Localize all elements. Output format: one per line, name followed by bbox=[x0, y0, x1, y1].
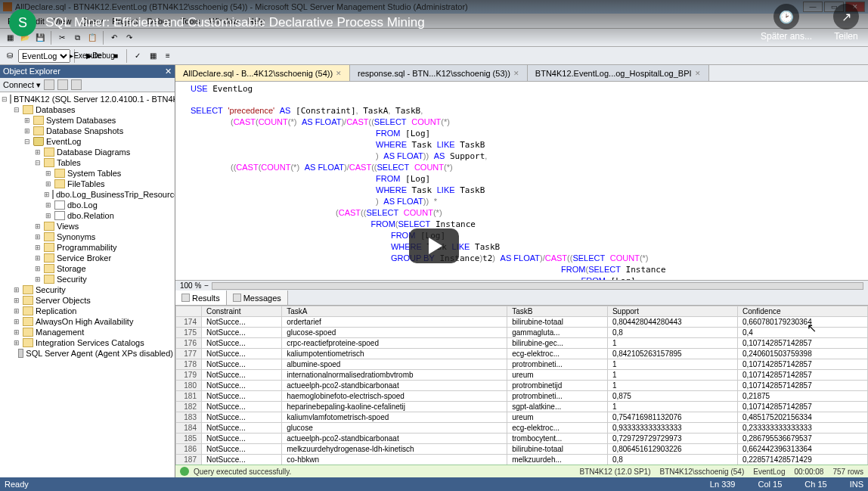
watch-later-button[interactable]: 🕑 Später ans... bbox=[761, 4, 812, 42]
channel-avatar[interactable]: S bbox=[9, 9, 36, 36]
column-header[interactable]: Constraint bbox=[202, 306, 282, 317]
folder-icon bbox=[44, 243, 54, 252]
share-button[interactable]: ↗ Teilen bbox=[833, 4, 859, 42]
filter-icon[interactable] bbox=[57, 79, 68, 90]
status-line: Ln 339 bbox=[710, 480, 736, 489]
tab-results[interactable]: Results bbox=[175, 291, 227, 305]
status-time: 00:00:08 bbox=[794, 468, 823, 476]
column-header[interactable]: Confidence bbox=[737, 306, 867, 317]
table-row[interactable]: 174NotSucce...ordertariefbilirubine-tota… bbox=[176, 317, 868, 328]
editor-tabs: AllDeclare.sql - B...4K12\sschoenig (54)… bbox=[175, 65, 868, 82]
tree-security[interactable]: Security bbox=[36, 285, 66, 294]
folder-icon bbox=[33, 116, 44, 125]
parse-icon[interactable]: ✓ bbox=[131, 49, 144, 63]
tree-serverobj[interactable]: Server Objects bbox=[36, 296, 91, 305]
status-message: Query executed successfully. bbox=[194, 468, 291, 476]
table-row[interactable]: 186NotSucce...melkzuurdehydrogenase-ldh-… bbox=[176, 444, 868, 455]
table-row[interactable]: 185NotSucce...actueelph-pco2-standbicarb… bbox=[176, 434, 868, 444]
object-tree[interactable]: ⊟BTN4K12 (SQL Server 12.0.4100.1 - BTN4K… bbox=[0, 92, 175, 477]
tree-secdb[interactable]: Security bbox=[57, 275, 87, 284]
stop-icon[interactable]: ■ bbox=[109, 49, 122, 63]
tree-views[interactable]: Views bbox=[57, 222, 79, 231]
column-header[interactable]: TaskA bbox=[282, 306, 507, 317]
table-row[interactable]: 179NotSucce...internationalnormalisedrat… bbox=[176, 370, 868, 381]
stop-icon[interactable] bbox=[71, 79, 82, 90]
results-grid[interactable]: ConstraintTaskATaskBSupportConfidence 17… bbox=[175, 306, 868, 465]
table-row[interactable]: 175NotSucce...glucose-spoedgammagluta...… bbox=[176, 328, 868, 338]
object-explorer-toolbar: Connect ▾ bbox=[0, 78, 175, 92]
tree-snapshots[interactable]: Database Snapshots bbox=[46, 126, 123, 135]
column-header[interactable]: TaskB bbox=[507, 306, 608, 317]
table-row[interactable]: 180NotSucce...actueelph-pco2-standbicarb… bbox=[176, 381, 868, 391]
status-col: Col 15 bbox=[758, 480, 783, 489]
close-icon[interactable]: ✕ bbox=[513, 70, 519, 77]
tree-isc[interactable]: Integration Services Catalogs bbox=[36, 338, 144, 347]
tree-dbdiag[interactable]: Database Diagrams bbox=[57, 148, 130, 157]
refresh-icon[interactable] bbox=[44, 79, 54, 90]
tree-table[interactable]: dbo.Log_BusinessTrip_Resources bbox=[56, 190, 175, 199]
folder-icon bbox=[44, 222, 54, 231]
agent-icon bbox=[18, 349, 23, 358]
results-to-grid-icon[interactable]: ▦ bbox=[146, 49, 160, 63]
tree-filetables[interactable]: FileTables bbox=[67, 179, 105, 188]
tree-databases[interactable]: Databases bbox=[36, 105, 76, 114]
database-selector[interactable]: EventLog bbox=[18, 49, 70, 63]
panel-close-icon[interactable]: ✕ bbox=[165, 67, 172, 76]
folder-icon bbox=[44, 158, 54, 167]
results-to-text-icon[interactable]: ≡ bbox=[161, 49, 175, 63]
video-title[interactable]: SQL Miner: Efficient and Customisable De… bbox=[45, 15, 425, 30]
share-icon: ↗ bbox=[833, 4, 859, 30]
tree-server[interactable]: BTN4K12 (SQL Server 12.0.4100.1 - BTN4K1… bbox=[14, 95, 175, 104]
connect-button[interactable]: Connect ▾ bbox=[3, 80, 41, 90]
column-header[interactable]: Support bbox=[607, 306, 737, 317]
zoom-out-icon[interactable]: − bbox=[204, 281, 209, 290]
table-row[interactable]: 178NotSucce...albumine-spoedprotrombinet… bbox=[176, 359, 868, 370]
table-row[interactable]: 181NotSucce...haemoglobinefoto-electrisc… bbox=[176, 391, 868, 402]
tree-eventlog[interactable]: EventLog bbox=[46, 137, 81, 146]
tab-messages[interactable]: Messages bbox=[227, 291, 288, 305]
status-rows: 757 rows bbox=[832, 468, 863, 476]
tree-management[interactable]: Management bbox=[36, 328, 84, 337]
tab-alldeclare[interactable]: AllDeclare.sql - B...4K12\sschoenig (54)… bbox=[175, 65, 350, 81]
tree-table[interactable]: dbo.Relation bbox=[67, 211, 114, 220]
tab-hospitallog[interactable]: BTN4K12.EventLog...og_HospitalLog_BPI✕ bbox=[528, 65, 709, 81]
table-row[interactable]: 176NotSucce...crpc-reactiefproteine-spoe… bbox=[176, 338, 868, 349]
tree-tables[interactable]: Tables bbox=[57, 158, 81, 167]
tab-response[interactable]: response.sql - BTN...K12\sschoenig (53))… bbox=[350, 65, 528, 81]
tree-alwayson[interactable]: AlwaysOn High Availability bbox=[36, 317, 133, 326]
tree-storage[interactable]: Storage bbox=[57, 264, 86, 273]
column-header[interactable] bbox=[176, 306, 202, 317]
table-icon bbox=[54, 211, 65, 220]
horizontal-scrollbar[interactable] bbox=[212, 282, 863, 290]
table-row[interactable]: 184NotSucce...glucoseecg-elektroc...0,93… bbox=[176, 423, 868, 434]
status-db: EventLog bbox=[753, 468, 785, 476]
table-row[interactable]: 177NotSucce...kaliumpotentiometrischecg-… bbox=[176, 349, 868, 359]
status-ready: Ready bbox=[5, 480, 29, 489]
tree-prog[interactable]: Programmability bbox=[57, 243, 116, 252]
tree-synonyms[interactable]: Synonyms bbox=[57, 232, 95, 241]
folder-icon bbox=[23, 317, 33, 326]
tree-replication[interactable]: Replication bbox=[36, 306, 76, 315]
table-row[interactable]: 187NotSucce...co-hbkwnmelkzuurdeh...0,80… bbox=[176, 455, 868, 465]
play-button[interactable] bbox=[409, 228, 459, 263]
tree-systables[interactable]: System Tables bbox=[67, 169, 121, 178]
tree-servicebroker[interactable]: Service Broker bbox=[57, 253, 111, 263]
clock-icon: 🕑 bbox=[773, 4, 799, 30]
folder-icon bbox=[54, 179, 65, 188]
status-ch: Ch 15 bbox=[804, 480, 826, 489]
close-icon[interactable]: ✕ bbox=[336, 70, 342, 77]
object-explorer-title: Object Explorer ✕ bbox=[0, 65, 175, 78]
tree-agent[interactable]: SQL Server Agent (Agent XPs disabled) bbox=[26, 349, 173, 358]
close-icon[interactable]: ✕ bbox=[695, 70, 701, 77]
tree-table[interactable]: dbo.Log bbox=[67, 200, 98, 210]
zoom-level[interactable]: 100 % bbox=[180, 281, 201, 290]
tree-sysdb[interactable]: System Databases bbox=[46, 116, 116, 125]
sql-editor-toolbar: ⛁ EventLog ▸ Execute ▶ Debug ■ ✓ ▦ ≡ bbox=[0, 47, 868, 65]
table-row[interactable]: 183NotSucce...kaliumvlamfotometrisch-spo… bbox=[176, 412, 868, 423]
editor-area: AllDeclare.sql - B...4K12\sschoenig (54)… bbox=[175, 65, 868, 477]
sql-editor[interactable]: USE EventLog SELECT 'precedence' AS [Con… bbox=[175, 82, 868, 280]
debug-button[interactable]: ▶ Debug bbox=[94, 49, 107, 63]
status-ins: INS bbox=[850, 480, 863, 489]
table-row[interactable]: 182NotSucce...heparinebepaling-kaoline-c… bbox=[176, 402, 868, 412]
table-icon bbox=[52, 190, 54, 199]
